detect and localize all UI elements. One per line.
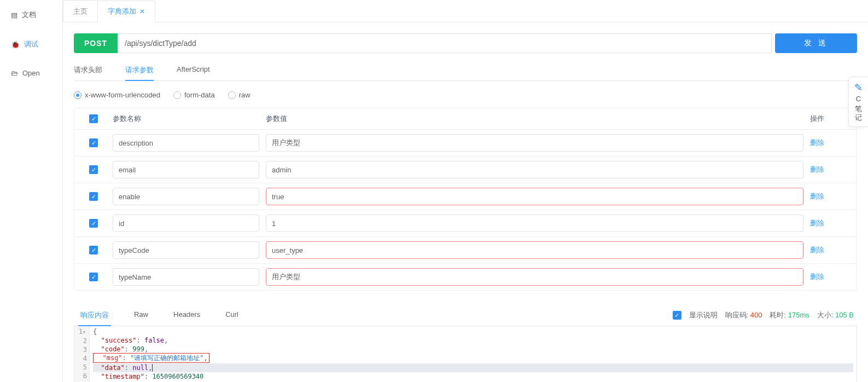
response-code: 400 bbox=[750, 311, 762, 319]
json-success: false bbox=[144, 337, 164, 344]
checkbox-all[interactable]: ✓ bbox=[89, 114, 98, 123]
http-method[interactable]: POST bbox=[74, 33, 118, 53]
row-checkbox[interactable]: ✓ bbox=[89, 138, 98, 147]
send-button[interactable]: 发 送 bbox=[775, 33, 857, 53]
request-bar: POST 发 送 bbox=[74, 33, 857, 53]
row-checkbox[interactable]: ✓ bbox=[89, 246, 98, 254]
response-time: 175ms bbox=[788, 311, 809, 319]
param-value-input[interactable] bbox=[266, 134, 803, 152]
param-value-input[interactable] bbox=[266, 161, 803, 178]
size-label: 大小: bbox=[817, 311, 834, 319]
open-icon: 🗁 bbox=[11, 69, 18, 77]
table-row: ✓删除 bbox=[74, 183, 857, 210]
param-value-input[interactable] bbox=[266, 241, 803, 259]
param-name-input[interactable] bbox=[113, 188, 259, 205]
table-row: ✓删除 bbox=[74, 237, 857, 264]
note-c: C bbox=[851, 95, 866, 103]
resp-tab-headers[interactable]: Headers bbox=[173, 305, 200, 326]
param-value-input[interactable] bbox=[266, 268, 803, 286]
radio-icon bbox=[173, 91, 181, 99]
row-checkbox[interactable]: ✓ bbox=[89, 192, 98, 201]
sidebar-item-debug[interactable]: 🐞 调试 bbox=[0, 30, 62, 59]
delete-link[interactable]: 删除 bbox=[810, 192, 824, 200]
radio-icon bbox=[74, 91, 81, 99]
radio-form-data[interactable]: form-data bbox=[173, 91, 215, 99]
sidebar-item-open[interactable]: 🗁 Open bbox=[0, 59, 62, 87]
col-header-value: 参数值 bbox=[266, 114, 810, 124]
param-name-input[interactable] bbox=[113, 215, 259, 232]
sidebar-item-docs[interactable]: ▤ 文档 bbox=[0, 0, 62, 30]
params-table: ✓ 参数名称 参数值 操作 ✓删除✓删除✓删除✓删除✓删除✓删除 bbox=[74, 108, 857, 291]
table-row: ✓删除 bbox=[74, 264, 857, 290]
json-code: 999 bbox=[132, 345, 144, 353]
table-row: ✓删除 bbox=[74, 130, 857, 157]
delete-link[interactable]: 删除 bbox=[810, 246, 824, 254]
line-gutter: 1▾234567 bbox=[74, 326, 90, 382]
tab-dict-add[interactable]: 字典添加 ✕ bbox=[97, 1, 155, 22]
json-timestamp: 1650960569340 bbox=[152, 373, 203, 380]
note-icon: ✎ bbox=[851, 82, 866, 94]
sidebar-label-open: Open bbox=[22, 69, 40, 77]
close-icon[interactable]: ✕ bbox=[139, 8, 145, 15]
radio-label-raw: raw bbox=[239, 91, 251, 99]
tab-afterscript[interactable]: AfterScript bbox=[177, 60, 210, 80]
row-checkbox[interactable]: ✓ bbox=[89, 273, 98, 281]
resp-tab-curl[interactable]: Curl bbox=[225, 305, 238, 326]
param-name-input[interactable] bbox=[113, 161, 259, 178]
resp-tab-body[interactable]: 响应内容 bbox=[80, 305, 109, 326]
show-desc-checkbox[interactable]: ✓ bbox=[673, 311, 681, 320]
resp-tab-raw[interactable]: Raw bbox=[134, 305, 148, 326]
sidebar: ▤ 文档 🐞 调试 🗁 Open bbox=[0, 0, 63, 382]
delete-link[interactable]: 删除 bbox=[810, 273, 824, 281]
json-data: null bbox=[132, 364, 148, 372]
sidebar-label-debug: 调试 bbox=[24, 39, 38, 49]
param-name-input[interactable] bbox=[113, 134, 259, 152]
request-url-input[interactable] bbox=[118, 33, 772, 53]
param-name-input[interactable] bbox=[113, 268, 259, 286]
response-body-viewer: 1▾234567 { "success": false, "code": 999… bbox=[74, 326, 857, 382]
time-label: 耗时: bbox=[770, 311, 786, 319]
table-row: ✓删除 bbox=[74, 210, 857, 237]
tab-home[interactable]: 主页 bbox=[63, 0, 98, 22]
tab-dict-label: 字典添加 bbox=[108, 7, 136, 16]
note-text: 笔 记 bbox=[851, 105, 866, 122]
row-checkbox[interactable]: ✓ bbox=[89, 165, 98, 174]
top-tabs: 主页 字典添加 ✕ bbox=[63, 0, 868, 22]
param-value-input[interactable] bbox=[266, 215, 803, 232]
sidebar-label-docs: 文档 bbox=[22, 10, 36, 20]
floating-note[interactable]: ✎ C 笔 记 bbox=[848, 77, 868, 127]
show-desc-label: 显示说明 bbox=[689, 310, 718, 320]
tab-request-params[interactable]: 请求参数 bbox=[125, 60, 154, 80]
row-checkbox[interactable]: ✓ bbox=[89, 219, 98, 228]
radio-urlencoded[interactable]: x-www-form-urlencoded bbox=[74, 91, 160, 99]
col-header-name: 参数名称 bbox=[113, 114, 266, 124]
doc-icon: ▤ bbox=[11, 11, 18, 19]
radio-icon bbox=[228, 91, 236, 99]
tab-request-header[interactable]: 请求头部 bbox=[74, 60, 102, 80]
delete-link[interactable]: 删除 bbox=[810, 138, 824, 147]
code-body[interactable]: { "success": false, "code": 999, "msg": … bbox=[90, 326, 857, 382]
delete-link[interactable]: 删除 bbox=[810, 165, 824, 173]
radio-label-formdata: form-data bbox=[184, 91, 215, 99]
json-msg: 请填写正确的邮箱地址 bbox=[134, 354, 200, 362]
bug-icon: 🐞 bbox=[11, 40, 20, 49]
radio-raw[interactable]: raw bbox=[228, 91, 251, 99]
tab-home-label: 主页 bbox=[73, 7, 88, 16]
response-size: 105 B bbox=[835, 311, 854, 319]
param-name-input[interactable] bbox=[113, 241, 259, 259]
delete-link[interactable]: 删除 bbox=[810, 219, 824, 227]
code-label: 响应码: bbox=[725, 311, 749, 319]
table-row: ✓删除 bbox=[74, 157, 857, 183]
radio-label-urlenc: x-www-form-urlencoded bbox=[85, 91, 160, 99]
param-value-input[interactable] bbox=[266, 188, 803, 205]
